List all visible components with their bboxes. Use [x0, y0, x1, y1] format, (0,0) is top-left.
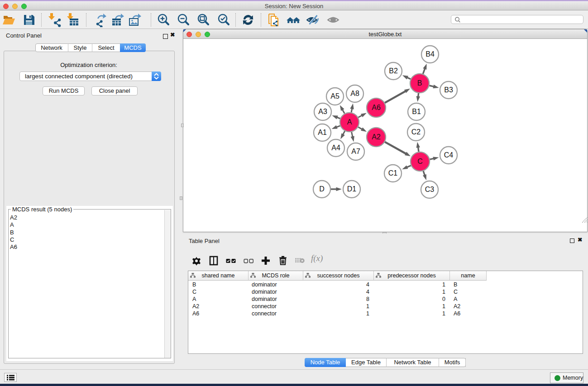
svg-text:C1: C1 [388, 169, 398, 177]
svg-text:A1: A1 [318, 129, 327, 136]
svg-text:C2: C2 [411, 128, 421, 136]
svg-text:B2: B2 [389, 67, 398, 75]
svg-text:C: C [417, 157, 423, 165]
svg-text:D: D [319, 185, 325, 193]
svg-text:C4: C4 [444, 151, 454, 159]
svg-text:B4: B4 [425, 50, 435, 58]
svg-text:A5: A5 [330, 92, 339, 100]
svg-text:D1: D1 [347, 185, 357, 193]
svg-text:A4: A4 [331, 144, 340, 152]
svg-text:B3: B3 [444, 86, 453, 94]
svg-text:A7: A7 [351, 148, 360, 155]
svg-text:A2: A2 [372, 133, 381, 141]
svg-text:A3: A3 [318, 108, 327, 115]
svg-text:B: B [417, 79, 422, 87]
svg-text:A6: A6 [372, 104, 381, 111]
svg-text:A: A [347, 118, 352, 126]
svg-text:C3: C3 [425, 186, 435, 193]
svg-text:B1: B1 [412, 108, 421, 115]
svg-text:A8: A8 [350, 90, 359, 97]
